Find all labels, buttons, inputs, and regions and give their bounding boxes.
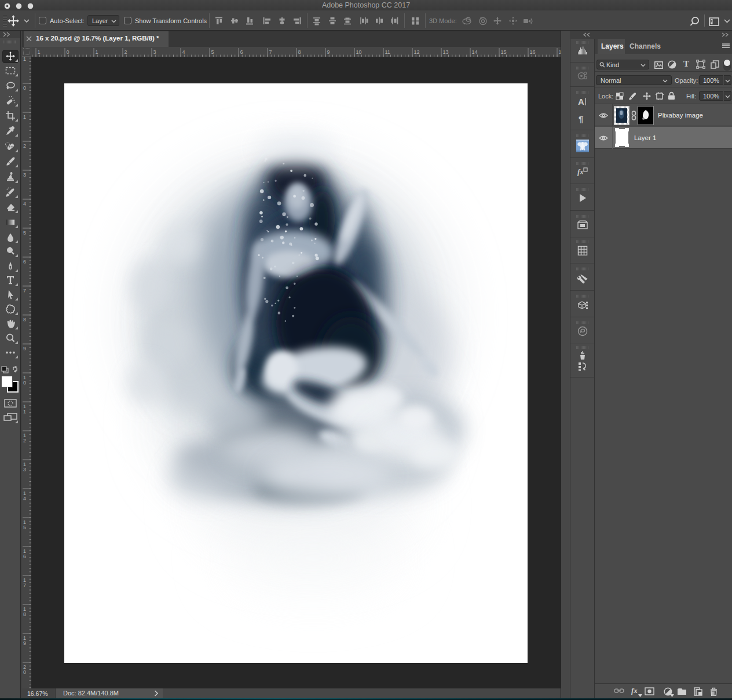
svg-text:2: 2 <box>23 143 26 149</box>
svg-text:5: 5 <box>23 525 26 530</box>
svg-text:7: 7 <box>269 49 272 55</box>
svg-text:0: 0 <box>23 85 26 91</box>
svg-text:7: 7 <box>23 582 26 588</box>
svg-text:6: 6 <box>23 554 26 559</box>
svg-text:13: 13 <box>443 49 449 55</box>
svg-text:1: 1 <box>96 49 98 55</box>
svg-text:3: 3 <box>23 467 26 472</box>
svg-text:1: 1 <box>23 409 26 415</box>
svg-text:8: 8 <box>298 49 301 55</box>
svg-text:1: 1 <box>23 114 26 120</box>
svg-text:8: 8 <box>23 611 26 617</box>
svg-text:fx: fx <box>577 167 584 176</box>
svg-text:12: 12 <box>414 49 420 55</box>
svg-text:4: 4 <box>23 201 26 207</box>
svg-text:0: 0 <box>23 669 26 675</box>
svg-text:3: 3 <box>23 172 26 178</box>
svg-text:2: 2 <box>125 49 127 55</box>
svg-text:9: 9 <box>23 640 26 646</box>
svg-text:11: 11 <box>385 49 390 55</box>
svg-text:7: 7 <box>23 288 26 294</box>
svg-text:3: 3 <box>153 49 156 55</box>
svg-text:6: 6 <box>23 259 26 265</box>
svg-text:2: 2 <box>23 438 26 444</box>
svg-text:6: 6 <box>240 49 243 55</box>
svg-text:¶: ¶ <box>579 114 583 124</box>
svg-text:8: 8 <box>23 317 26 322</box>
svg-text:4: 4 <box>182 49 185 55</box>
svg-text:0: 0 <box>67 49 69 55</box>
svg-text:16: 16 <box>530 49 536 55</box>
svg-text:15: 15 <box>501 49 507 55</box>
svg-text:5: 5 <box>23 230 26 236</box>
svg-text:10: 10 <box>356 49 362 55</box>
svg-text:1: 1 <box>23 57 26 62</box>
svg-text:5: 5 <box>211 49 214 55</box>
svg-text:14: 14 <box>472 49 478 55</box>
svg-text:1: 1 <box>38 49 41 55</box>
svg-text:9: 9 <box>23 346 26 351</box>
svg-text:A: A <box>578 97 584 107</box>
svg-text:0: 0 <box>23 380 26 386</box>
svg-text:9: 9 <box>327 49 330 55</box>
svg-text:4: 4 <box>23 496 26 501</box>
